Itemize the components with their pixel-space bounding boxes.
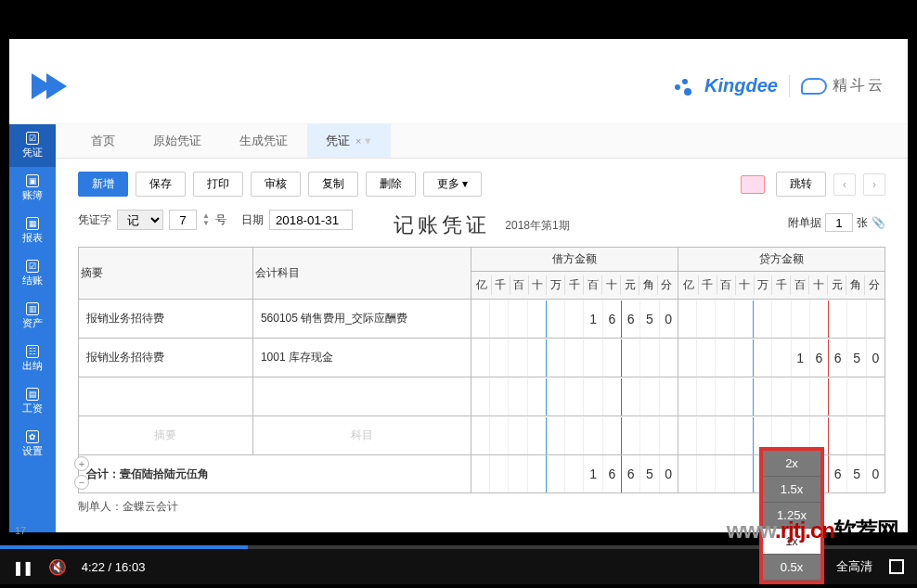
sidebar-item-report[interactable]: ▦报表: [9, 210, 56, 252]
sidebar: ☑凭证 ▣账簿 ▦报表 ☑结账 ▥资产 ☷出纳 ▤工资 ✿设置: [9, 124, 56, 532]
header-summary: 摘要: [79, 248, 253, 300]
close-icon[interactable]: ×: [355, 135, 361, 147]
gear-icon: ✿: [26, 430, 39, 443]
sidebar-item-salary[interactable]: ▤工资: [9, 380, 56, 423]
remove-row-button[interactable]: −: [74, 475, 89, 490]
table-row[interactable]: 报销业务招待费1001 库存现金16650: [79, 339, 885, 377]
header-subject: 会计科目: [252, 248, 471, 300]
fullscreen-icon[interactable]: [889, 559, 904, 574]
salary-icon: ▤: [26, 388, 39, 401]
voucher-icon: ☑: [26, 132, 39, 145]
voucher-period: 2018年第1期: [505, 218, 569, 234]
tab-voucher[interactable]: 凭证×▾: [307, 124, 391, 158]
table-row[interactable]: 报销业务招待费560105 销售费用_交际应酬费16650: [79, 300, 885, 339]
save-button[interactable]: 保存: [136, 172, 186, 197]
header-debit: 借方金额: [471, 248, 678, 272]
app-header: Kingdee 精斗云: [9, 39, 908, 124]
delete-button[interactable]: 删除: [366, 172, 416, 197]
tab-generate[interactable]: 生成凭证: [221, 124, 307, 158]
kingdee-dots-icon: [671, 75, 693, 97]
table-row[interactable]: [79, 377, 885, 416]
pause-button[interactable]: ❚❚: [13, 557, 33, 577]
watermark: www.rjtj.cn软荐网: [727, 516, 898, 545]
jdy-logo: 精斗云: [801, 76, 885, 96]
sidebar-item-voucher[interactable]: ☑凭证: [9, 124, 56, 167]
quality-button[interactable]: 全高清: [836, 558, 872, 575]
kingdee-logo: Kingdee: [704, 75, 778, 96]
header-credit: 贷方金额: [678, 248, 885, 272]
paperclip-icon[interactable]: 📎: [872, 216, 885, 229]
next-button[interactable]: ›: [863, 173, 885, 196]
prev-button[interactable]: ‹: [833, 173, 856, 196]
template-icon[interactable]: [741, 175, 765, 194]
sidebar-item-cashier[interactable]: ☷出纳: [9, 338, 56, 380]
attachment-section: 附单据 张 📎: [788, 213, 885, 232]
report-icon: ▦: [26, 217, 39, 230]
copy-button[interactable]: 复制: [308, 172, 358, 197]
tab-home[interactable]: 首页: [72, 124, 135, 158]
volume-mute-icon[interactable]: 🔇: [48, 558, 67, 576]
jump-button[interactable]: 跳转: [776, 172, 826, 197]
more-button[interactable]: 更多 ▾: [423, 172, 482, 197]
speed-1-5x[interactable]: 1.5x: [763, 477, 820, 503]
voucher-title: 记账凭证: [394, 211, 490, 239]
time-display: 4:22 / 16:03: [82, 560, 146, 574]
toolbar: 新增 保存 打印 审核 复制 删除 更多 ▾ 跳转 ‹ ›: [78, 172, 885, 197]
slide-page: 17: [15, 525, 26, 536]
credit-digits: 亿千百十万千百十元角分: [678, 272, 885, 300]
print-button[interactable]: 打印: [193, 172, 243, 197]
sidebar-item-asset[interactable]: ▥资产: [9, 295, 56, 338]
sidebar-item-settings[interactable]: ✿设置: [9, 423, 56, 466]
attach-count-input[interactable]: [825, 213, 853, 232]
tab-original[interactable]: 原始凭证: [135, 124, 221, 158]
asset-icon: ▥: [26, 302, 39, 315]
speed-2x[interactable]: 2x: [763, 451, 820, 477]
add-row-button[interactable]: +: [74, 456, 89, 471]
cashier-icon: ☷: [26, 345, 39, 358]
sidebar-item-ledger[interactable]: ▣账簿: [9, 167, 56, 210]
audit-button[interactable]: 审核: [251, 172, 301, 197]
ledger-icon: ▣: [26, 174, 39, 187]
cloud-icon: [801, 78, 827, 95]
tabs: 首页 原始凭证 生成凭证 凭证×▾: [56, 124, 908, 159]
chevron-logo: [32, 73, 61, 99]
debit-digits: 亿千百十万千百十元角分: [471, 272, 678, 300]
close-period-icon: ☑: [26, 260, 39, 273]
sidebar-item-close[interactable]: ☑结账: [9, 252, 56, 295]
new-button[interactable]: 新增: [78, 172, 128, 197]
speed-0-5x[interactable]: 0.5x: [763, 555, 820, 581]
